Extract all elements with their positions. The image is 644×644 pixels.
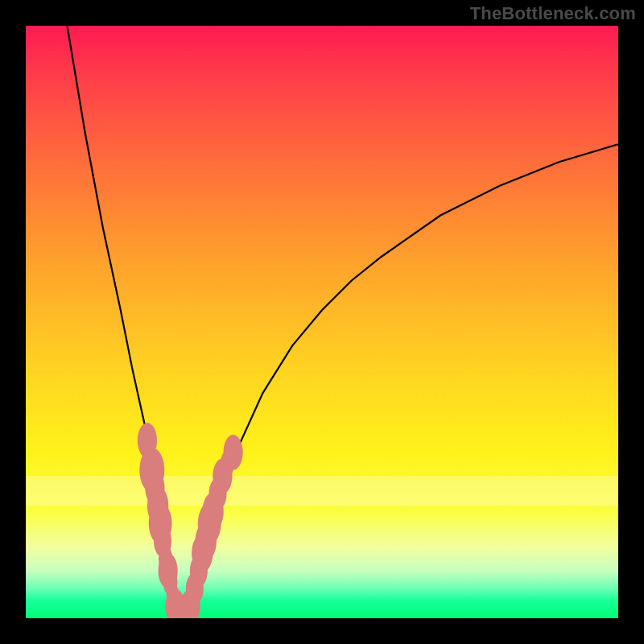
chart-frame: TheBottleneck.com: [0, 0, 644, 644]
watermark-text: TheBottleneck.com: [470, 3, 636, 24]
curve-layer: [26, 26, 618, 618]
data-markers: [138, 423, 243, 618]
data-marker: [224, 435, 243, 470]
plot-area: [26, 26, 618, 618]
